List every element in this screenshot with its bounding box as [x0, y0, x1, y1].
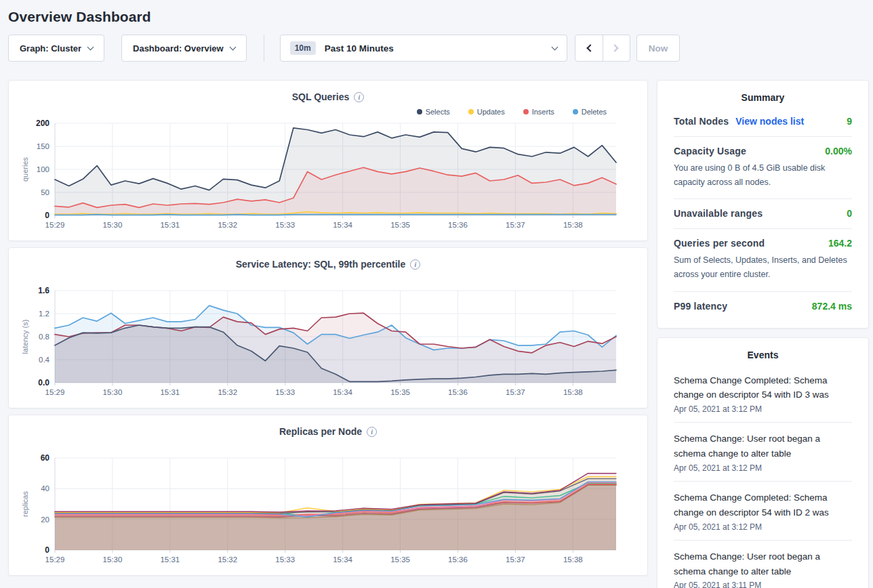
sql-queries-chart[interactable]: 15:2915:3015:3115:3215:3315:3415:3515:36… — [18, 118, 638, 233]
legend-item-selects: Selects — [417, 107, 450, 116]
summary-item-label: Queries per second — [674, 238, 765, 249]
x-tick-label: 15:34 — [333, 555, 352, 564]
summary-item-label: P99 latency — [674, 301, 727, 312]
chart-title: Replicas per Node — [279, 426, 362, 437]
y-tick-label: 0.4 — [39, 356, 50, 364]
y-tick-label: 20 — [41, 516, 49, 524]
summary-item-2: Unavailable ranges0 — [674, 199, 852, 229]
legend-label: Deletes — [582, 108, 607, 116]
time-pager — [575, 35, 630, 62]
prev-time-button[interactable] — [575, 35, 603, 61]
x-tick-label: 15:31 — [160, 388, 180, 396]
x-tick-label: 15:35 — [390, 555, 410, 564]
y-tick-label: 1.6 — [38, 286, 49, 295]
event-message: Schema Change: User root began a schema … — [674, 432, 852, 461]
legend-dot — [523, 109, 529, 114]
x-tick-label: 15:36 — [448, 221, 468, 229]
summary-item-value: 164.2 — [828, 238, 852, 249]
service-latency-chart[interactable]: 15:2915:3015:3115:3215:3315:3415:3515:36… — [18, 285, 638, 400]
legend-item-deletes: Deletes — [573, 107, 607, 116]
y-tick-label: 50 — [41, 188, 49, 196]
chart-title-row: Replicas per Node i — [18, 415, 638, 437]
time-range-badge: 10m — [290, 41, 316, 55]
charts-column: SQL Queries i SelectsUpdatesInsertsDelet… — [8, 80, 648, 576]
summary-title: Summary — [674, 81, 852, 107]
summary-item-0: Total NodesView nodes list9 — [674, 107, 852, 137]
next-time-button[interactable] — [603, 35, 630, 61]
x-tick-label: 15:36 — [448, 555, 468, 564]
y-tick-label: 60 — [41, 453, 50, 463]
now-button[interactable]: Now — [636, 35, 681, 62]
x-tick-label: 15:33 — [275, 221, 295, 229]
event-message: Schema Change: User root began a schema … — [674, 549, 852, 579]
event-timestamp: Apr 05, 2021 at 3:12 PM — [674, 463, 852, 473]
event-message: Schema Change Completed: Schema change o… — [674, 373, 852, 403]
summary-item-label: Capacity Usage — [674, 146, 746, 156]
series-line-deletes — [55, 215, 616, 215]
chevron-down-icon — [229, 43, 236, 50]
toolbar: Graph: Cluster Dashboard: Overview 10m P… — [8, 35, 869, 62]
events-items: Schema Change Completed: Schema change o… — [674, 364, 852, 588]
chart-title: Service Latency: SQL, 99th percentile — [236, 259, 406, 270]
info-icon[interactable]: i — [354, 92, 364, 102]
x-tick-label: 15:36 — [448, 388, 468, 396]
y-axis-unit-label: latency (s) — [21, 320, 29, 354]
summary-item-value: 0 — [847, 208, 852, 219]
dashboard-dropdown-label: Dashboard: Overview — [133, 43, 224, 54]
x-tick-label: 15:31 — [160, 221, 180, 229]
view-nodes-list-link[interactable]: View nodes list — [735, 116, 804, 127]
chevron-left-icon — [586, 44, 594, 51]
x-tick-label: 15:30 — [103, 555, 123, 564]
sidebar: Summary Total NodesView nodes list9Capac… — [657, 80, 869, 588]
graph-dropdown[interactable]: Graph: Cluster — [8, 35, 104, 62]
graph-dropdown-label: Graph: Cluster — [20, 43, 81, 54]
service-latency-card: Service Latency: SQL, 99th percentile i … — [8, 247, 648, 408]
chart-title-row: Service Latency: SQL, 99th percentile i — [18, 248, 638, 270]
summary-item-label: Unavailable ranges — [674, 208, 763, 219]
summary-item-1: Capacity Usage0.00%You are using 0 B of … — [674, 137, 852, 199]
replicas-per-node-chart[interactable]: 15:2915:3015:3115:3215:3315:3415:3515:36… — [18, 453, 638, 568]
events-panel: Events Schema Change Completed: Schema c… — [657, 337, 869, 588]
summary-item-4: P99 latency872.4 ms — [674, 292, 852, 321]
summary-item-value: 0.00% — [825, 146, 852, 156]
chart-title-row: SQL Queries i — [18, 81, 638, 102]
y-tick-label: 1.2 — [39, 310, 49, 318]
x-tick-label: 15:33 — [275, 555, 295, 564]
x-tick-label: 15:38 — [563, 221, 583, 229]
event-timestamp: Apr 05, 2021 at 3:11 PM — [674, 581, 852, 588]
summary-item-3: Queries per second164.2Sum of Selects, U… — [674, 229, 852, 291]
event-item-2: Schema Change Completed: Schema change o… — [674, 482, 852, 541]
chevron-right-icon — [611, 44, 619, 51]
summary-item-desc: Sum of Selects, Updates, Inserts, and De… — [674, 253, 852, 281]
y-tick-label: 150 — [37, 142, 49, 150]
overview-dashboard-page: Overview Dashboard Graph: Cluster Dashbo… — [0, 0, 873, 588]
x-tick-label: 15:32 — [218, 388, 237, 396]
info-icon[interactable]: i — [410, 259, 420, 270]
y-tick-label: 0.0 — [38, 378, 49, 387]
y-tick-label: 40 — [41, 484, 49, 492]
time-range-picker[interactable]: 10m Past 10 Minutes — [280, 35, 567, 62]
event-item-1: Schema Change: User root began a schema … — [674, 423, 852, 482]
x-tick-label: 15:38 — [563, 555, 583, 564]
chevron-down-icon — [551, 43, 558, 50]
summary-item-row: P99 latency872.4 ms — [674, 301, 852, 312]
event-item-3: Schema Change: User root began a schema … — [674, 541, 852, 588]
info-icon[interactable]: i — [367, 427, 377, 437]
x-tick-label: 15:32 — [218, 555, 237, 564]
x-tick-label: 15:35 — [390, 221, 410, 229]
x-tick-label: 15:37 — [506, 388, 525, 396]
x-tick-label: 15:34 — [333, 388, 352, 396]
x-tick-label: 15:33 — [275, 388, 295, 396]
x-tick-label: 15:29 — [45, 555, 65, 564]
time-range-label: Past 10 Minutes — [325, 43, 394, 54]
summary-item-row: Capacity Usage0.00% — [674, 146, 852, 156]
legend-label: Updates — [477, 108, 505, 116]
y-tick-label: 0 — [45, 211, 49, 220]
x-tick-label: 15:37 — [506, 555, 525, 564]
x-tick-label: 15:30 — [103, 388, 123, 396]
y-axis-unit-label: replicas — [21, 491, 29, 517]
dashboard-dropdown[interactable]: Dashboard: Overview — [121, 35, 247, 62]
legend-label: Inserts — [532, 108, 554, 116]
summary-panel: Summary Total NodesView nodes list9Capac… — [657, 80, 869, 329]
x-tick-label: 15:29 — [45, 388, 65, 396]
